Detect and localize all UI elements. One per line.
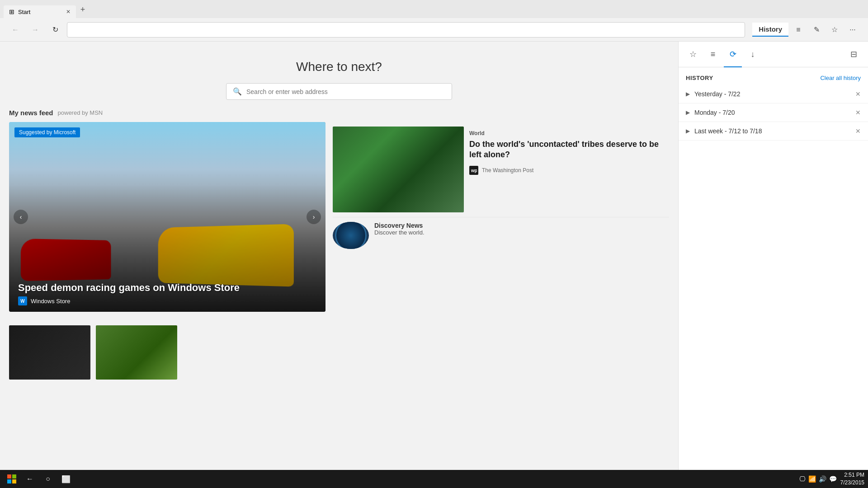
side-article-world[interactable]: World Do the world's 'uncontacted' tribe… [333,122,669,217]
notes-button[interactable]: ✎ [808,22,825,38]
taskbar-left: ← ○ ⬜ [4,471,74,487]
featured-headline: Speed demon racing games on Windows Stor… [18,282,240,294]
tab-bar: ⊞ Start ✕ + [0,0,868,18]
world-article-content: World Do the world's 'uncontacted' tribe… [469,127,669,212]
new-tab-button[interactable]: + [76,3,90,16]
discovery-image [333,222,369,249]
content-area: Where to next? 🔍 My news feed powered by… [0,42,868,488]
news-header: My news feed powered by MSN [9,109,669,117]
notification-icon: 💬 [829,475,837,483]
tab-icon: ⊞ [9,8,14,15]
news-grid: Suggested by Microsoft Speed demon racin… [9,122,669,312]
svg-rect-4 [12,479,16,483]
carousel-next-button[interactable]: › [307,210,321,224]
pin-panel-button[interactable]: ⊟ [844,45,863,63]
history-group-yesterday-row[interactable]: ▶ Yesterday - 7/22 ✕ [679,85,868,103]
bottom-thumb-1[interactable] [9,325,90,380]
nav-bar: ← → ↻ History ≡ ✎ ☆ ··· [0,18,868,42]
svg-text:wp: wp [471,168,477,173]
nav-actions: History ≡ ✎ ☆ ··· [752,22,861,38]
article-headline: Do the world's 'uncontacted' tribes dese… [469,139,669,160]
taskbar-taskview-button[interactable]: ⬜ [58,471,74,487]
dark-image [9,325,90,380]
svg-rect-3 [7,479,11,483]
tab-close-button[interactable]: ✕ [66,9,71,15]
taskbar-date-display: 7/23/2015 [840,479,864,487]
featured-source: W Windows Store [18,296,70,305]
svg-rect-2 [12,474,16,479]
favorites-button[interactable]: ☆ [826,22,843,38]
group-close-lastweek[interactable]: ✕ [855,127,861,135]
bottom-thumb-2[interactable] [96,325,177,380]
battery-icon: 🖵 [799,475,806,483]
clear-all-history-button[interactable]: Clear all history [820,75,861,81]
panel-header: HISTORY Clear all history [679,67,868,85]
expand-icon: ▶ [686,91,690,97]
tab-title: Start [18,9,30,15]
history-nav-button[interactable]: History [752,23,788,37]
reading-panel-tab[interactable]: ≡ [704,45,722,63]
source-name: Windows Store [31,298,70,305]
article-category: World [469,130,669,136]
expand-icon: ▶ [686,109,690,116]
discovery-title: Discovery News [374,222,669,229]
taskbar-clock[interactable]: 2:51 PM 7/23/2015 [840,471,864,487]
history-group-lastweek-row[interactable]: ▶ Last week - 7/12 to 7/18 ✕ [679,122,868,140]
wifi-icon: 📶 [808,475,816,483]
world-article-image [333,127,464,212]
history-panel: ☆ ≡ ⟳ ↓ ⊟ HISTORY Clear all history ▶ Ye… [678,42,868,488]
address-bar-wrap [67,22,745,38]
search-title: Where to next? [9,60,669,74]
search-input[interactable] [246,88,445,95]
article-source: wp The Washington Post [469,166,669,175]
featured-article[interactable]: Suggested by Microsoft Speed demon racin… [9,122,326,312]
group-label-lastweek: Last week - 7/12 to 7/18 [694,127,855,135]
browser-window: ⊞ Start ✕ + ← → ↻ History ≡ ✎ ☆ ··· Wher… [0,0,868,488]
favorites-panel-tab[interactable]: ☆ [684,45,702,63]
history-panel-tab[interactable]: ⟳ [724,45,742,63]
history-group-monday: ▶ Monday - 7/20 ✕ [679,103,868,122]
more-button[interactable]: ··· [844,22,861,38]
source-icon: W [18,296,27,305]
discovery-card[interactable]: Discovery News Discover the world. [333,217,669,253]
taskbar-search-button[interactable]: ○ [40,471,56,487]
start-button[interactable] [4,471,20,487]
new-tab-page: Where to next? 🔍 My news feed powered by… [0,42,678,380]
history-group-lastweek: ▶ Last week - 7/12 to 7/18 ✕ [679,122,868,141]
wapo-logo: wp [469,166,478,175]
address-bar[interactable] [67,22,745,38]
news-header-subtitle: powered by MSN [58,109,103,116]
history-group-yesterday: ▶ Yesterday - 7/22 ✕ [679,85,868,103]
taskbar-back-button[interactable]: ← [22,471,38,487]
discovery-subtitle: Discover the world. [374,229,669,236]
back-button[interactable]: ← [7,22,24,38]
side-articles: World Do the world's 'uncontacted' tribe… [333,122,669,312]
forward-button[interactable]: → [27,22,43,38]
history-list: ▶ Yesterday - 7/22 ✕ ▶ Monday - 7/20 ✕ ▶ [679,85,868,488]
group-label-yesterday: Yesterday - 7/22 [694,90,855,98]
group-close-yesterday[interactable]: ✕ [855,90,861,98]
news-header-title: My news feed [9,109,53,117]
refresh-button[interactable]: ↻ [47,22,63,38]
history-group-monday-row[interactable]: ▶ Monday - 7/20 ✕ [679,103,868,122]
nature-image [96,325,177,380]
hamburger-button[interactable]: ≡ [790,22,807,38]
search-bar[interactable]: 🔍 [226,83,452,100]
svg-rect-1 [7,474,11,479]
expand-icon: ▶ [686,128,690,134]
taskbar-sys-icons: 🖵 📶 🔊 💬 [799,475,837,483]
start-tab[interactable]: ⊞ Start ✕ [4,5,76,18]
volume-icon: 🔊 [819,475,826,483]
taskbar-right: 🖵 📶 🔊 💬 2:51 PM 7/23/2015 [799,471,864,487]
group-close-monday[interactable]: ✕ [855,109,861,116]
group-label-monday: Monday - 7/20 [694,109,855,116]
page-content: Where to next? 🔍 My news feed powered by… [0,42,678,488]
search-section: Where to next? 🔍 [0,42,678,109]
discovery-globe [335,222,367,249]
panel-tabs: ☆ ≡ ⟳ ↓ ⊟ [679,42,868,67]
search-icon: 🔍 [233,87,242,96]
news-section: My news feed powered by MSN [0,109,678,380]
forest-image [333,127,464,212]
downloads-panel-tab[interactable]: ↓ [744,45,762,63]
carousel-prev-button[interactable]: ‹ [14,210,28,224]
